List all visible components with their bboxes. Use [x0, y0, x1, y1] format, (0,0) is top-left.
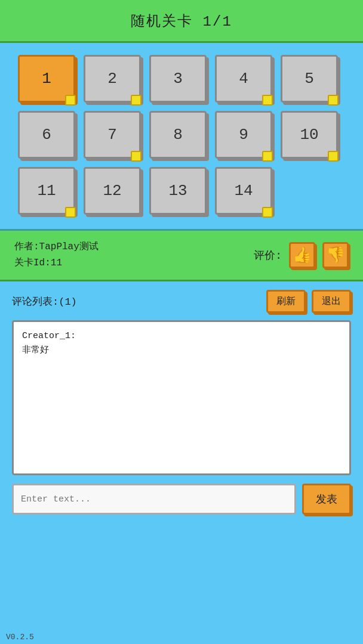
level-num-13: 13 [168, 182, 187, 200]
header-title: 随机关卡 1/1 [131, 11, 232, 30]
info-text-block: 作者:TapPlay测试 关卡Id:11 [14, 239, 99, 271]
submit-button[interactable]: 发表 [302, 484, 351, 515]
thumbdown-icon: 👎 [326, 246, 345, 265]
text-input-row: 发表 [12, 484, 351, 515]
level-row-2: 6 7 8 9 10 [18, 111, 345, 159]
level-num-7: 7 [107, 126, 117, 144]
level-num-14: 14 [234, 182, 253, 200]
comment-box: Creator_1: 非常好 [12, 320, 351, 475]
comment-actions: 刷新 退出 [266, 290, 351, 313]
comment-title: 评论列表:(1) [12, 295, 77, 308]
exit-button[interactable]: 退出 [312, 290, 351, 313]
rating-area: 评价: 👍 👎 [254, 242, 349, 268]
level-btn-1[interactable]: 1 [18, 55, 75, 103]
id-label: 关卡Id:11 [14, 255, 99, 271]
level-num-5: 5 [304, 70, 314, 88]
comment-entry-0: Creator_1: 非常好 [22, 329, 341, 358]
coin-2 [131, 95, 141, 106]
version-label: V0.2.5 [6, 633, 34, 642]
coin-9 [262, 151, 273, 162]
level-section: 1 2 3 4 5 6 7 8 9 [0, 43, 363, 231]
level-btn-2[interactable]: 2 [84, 55, 141, 103]
thumbup-icon: 👍 [293, 246, 312, 265]
level-btn-9[interactable]: 9 [215, 111, 272, 159]
level-num-4: 4 [239, 70, 248, 88]
level-row-3: 11 12 13 14 [18, 167, 345, 215]
coin-14 [262, 207, 273, 218]
level-btn-8[interactable]: 8 [149, 111, 207, 159]
level-btn-12[interactable]: 12 [84, 167, 141, 215]
thumbdown-button[interactable]: 👎 [322, 242, 349, 268]
comment-header: 评论列表:(1) 刷新 退出 [12, 290, 351, 313]
text-input[interactable] [12, 484, 296, 515]
thumbup-button[interactable]: 👍 [289, 242, 315, 268]
level-btn-3[interactable]: 3 [149, 55, 207, 103]
header: 随机关卡 1/1 [0, 0, 363, 43]
level-num-11: 11 [37, 182, 56, 200]
coin-5 [328, 95, 339, 106]
level-num-12: 12 [103, 182, 121, 200]
level-num-6: 6 [42, 126, 51, 144]
level-num-8: 8 [173, 126, 183, 144]
level-num-1: 1 [42, 70, 51, 88]
level-num-2: 2 [107, 70, 117, 88]
level-row-1: 1 2 3 4 5 [18, 55, 345, 103]
level-btn-6[interactable]: 6 [18, 111, 75, 159]
level-btn-5[interactable]: 5 [281, 55, 338, 103]
coin-11 [65, 207, 76, 218]
level-btn-11[interactable]: 11 [18, 167, 75, 215]
coin-7 [131, 151, 141, 162]
coin-4 [262, 95, 273, 106]
comment-section: 评论列表:(1) 刷新 退出 Creator_1: 非常好 发表 [0, 281, 363, 523]
info-section: 作者:TapPlay测试 关卡Id:11 评价: 👍 👎 [0, 231, 363, 281]
level-num-3: 3 [173, 70, 183, 88]
author-label: 作者:TapPlay测试 [14, 239, 99, 255]
level-btn-4[interactable]: 4 [215, 55, 272, 103]
comment-text-0: 非常好 [22, 345, 49, 355]
level-num-9: 9 [239, 126, 248, 144]
level-btn-13[interactable]: 13 [149, 167, 207, 215]
level-num-10: 10 [300, 126, 318, 144]
level-btn-14[interactable]: 14 [215, 167, 272, 215]
coin-10 [328, 151, 339, 162]
level-btn-10[interactable]: 10 [281, 111, 338, 159]
rating-label: 评价: [254, 248, 282, 262]
comment-user-0: Creator_1: [22, 331, 76, 341]
level-btn-7[interactable]: 7 [84, 111, 141, 159]
coin-1 [65, 95, 76, 106]
refresh-button[interactable]: 刷新 [266, 290, 306, 313]
